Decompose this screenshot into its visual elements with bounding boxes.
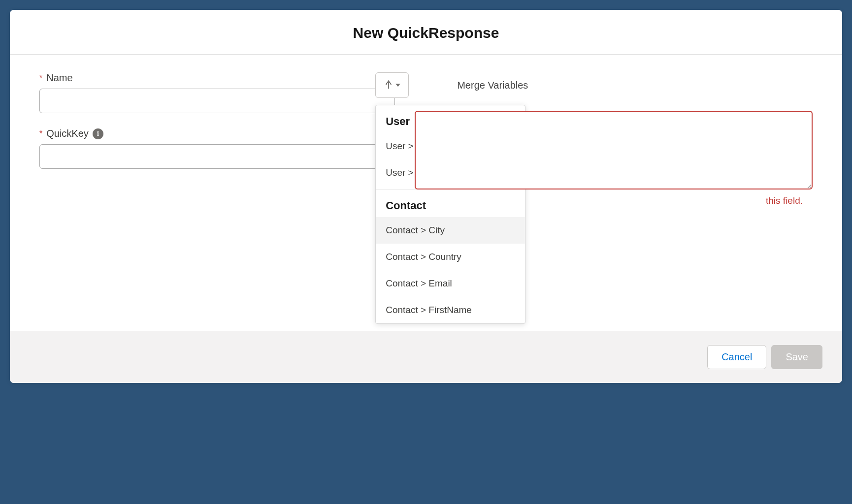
merge-icon: [384, 79, 393, 92]
quickkey-label: QuickKey: [46, 128, 89, 139]
name-label-row: * Name: [39, 72, 395, 84]
quickkey-label-row: * QuickKey i: [39, 128, 395, 139]
info-icon[interactable]: i: [93, 128, 103, 139]
quickkey-input[interactable]: [39, 144, 395, 169]
dropdown-item[interactable]: Contact > FirstName: [376, 297, 525, 323]
dropdown-item[interactable]: Contact > Email: [376, 270, 525, 297]
content-wrap: this field.: [415, 111, 813, 206]
modal-footer: Cancel Save: [10, 331, 842, 383]
modal-title: New QuickResponse: [20, 25, 832, 41]
required-indicator: *: [39, 74, 42, 82]
content-textarea[interactable]: [415, 111, 813, 189]
dropdown-item[interactable]: Contact > City: [376, 217, 525, 244]
merge-variables-button[interactable]: [375, 72, 409, 98]
name-input[interactable]: [39, 89, 395, 113]
merge-variables-row: User User > FirstName User > FullName Co…: [415, 72, 813, 98]
left-column: * Name * QuickKey i: [39, 72, 395, 301]
modal-header: New QuickResponse: [10, 10, 842, 55]
save-button[interactable]: Save: [771, 345, 822, 369]
dropdown-item[interactable]: Contact > Country: [376, 244, 525, 270]
required-indicator: *: [39, 130, 42, 138]
merge-anchor: User User > FirstName User > FullName Co…: [375, 72, 409, 98]
modal-body: * Name * QuickKey i: [10, 55, 842, 331]
merge-variables-label: Merge Variables: [457, 80, 528, 91]
content-error: this field.: [415, 195, 813, 206]
cancel-button[interactable]: Cancel: [707, 345, 766, 369]
name-group: * Name: [39, 72, 395, 113]
right-column: User User > FirstName User > FullName Co…: [415, 72, 813, 301]
name-label: Name: [46, 72, 72, 84]
quickresponse-modal: New QuickResponse * Name * QuickKey i: [10, 10, 842, 383]
chevron-down-icon: [395, 84, 400, 87]
quickkey-group: * QuickKey i: [39, 128, 395, 169]
